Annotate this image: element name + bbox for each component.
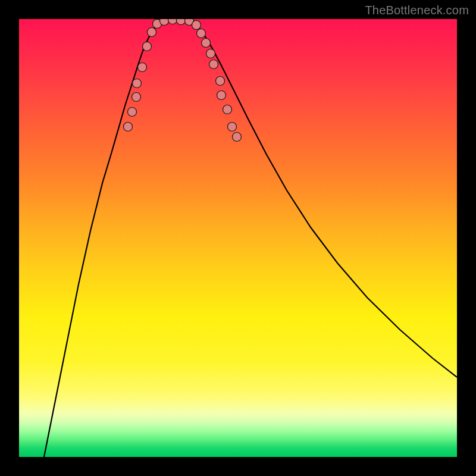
plot-area — [19, 19, 457, 457]
scatter-dot — [132, 93, 141, 102]
scatter-dot — [168, 19, 177, 24]
scatter-dot — [209, 60, 218, 69]
scatter-dot — [124, 123, 133, 131]
scatter-dot — [192, 21, 201, 30]
scatter-dot — [143, 42, 152, 51]
curve-group — [44, 20, 457, 457]
scatter-dot — [233, 133, 242, 142]
scatter-dots — [124, 19, 242, 142]
watermark-text: TheBottleneck.com — [365, 4, 469, 17]
curve-right-branch — [194, 22, 457, 377]
scatter-dot — [202, 39, 211, 48]
curve-left-branch — [44, 22, 161, 457]
scatter-dot — [148, 28, 156, 37]
scatter-dot — [197, 29, 206, 38]
scatter-dot — [223, 105, 232, 114]
scatter-dot — [177, 19, 186, 25]
scatter-dot — [206, 49, 215, 58]
scatter-dot — [160, 19, 169, 26]
scatter-dot — [217, 91, 226, 100]
scatter-dot — [138, 63, 147, 72]
scatter-dot — [216, 77, 225, 86]
scatter-dot — [228, 123, 237, 131]
chart-frame: TheBottleneck.com — [0, 0, 476, 476]
chart-svg — [19, 19, 457, 457]
scatter-dot — [133, 79, 142, 88]
scatter-dot — [128, 108, 137, 117]
